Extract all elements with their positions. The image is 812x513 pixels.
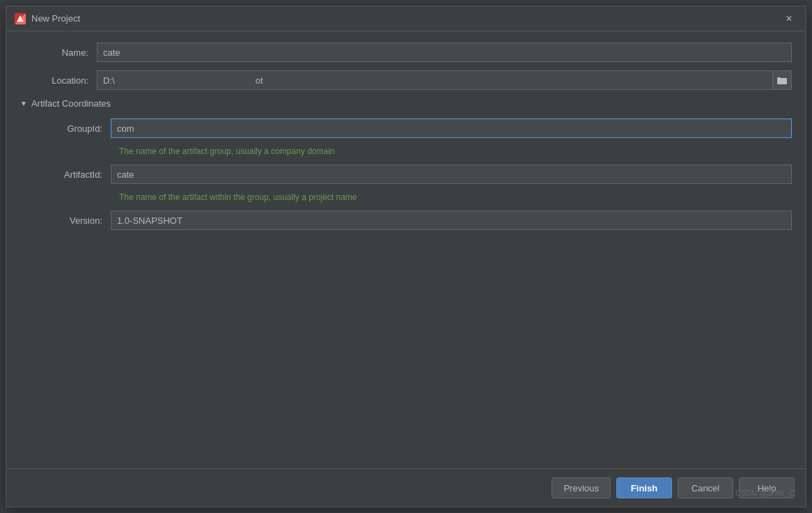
chevron-down-icon: ▼: [20, 100, 27, 107]
name-row: Name:: [20, 43, 792, 62]
name-label: Name:: [20, 47, 97, 58]
previous-button[interactable]: Previous: [552, 477, 611, 498]
artifact-coordinates-content: GroupId: The name of the artifact group,…: [20, 118, 792, 230]
name-input[interactable]: [97, 43, 792, 62]
groupid-hint: The name of the artifact group, usually …: [119, 146, 792, 156]
groupid-row: GroupId:: [34, 118, 792, 138]
new-project-dialog: New Project × Name: Location:: [6, 6, 806, 507]
location-wrapper: [97, 70, 792, 90]
groupid-label: GroupId:: [34, 123, 111, 134]
artifactid-label: ArtifactId:: [34, 169, 111, 180]
folder-icon: [777, 76, 787, 84]
title-bar: New Project ×: [6, 6, 806, 31]
artifact-coordinates-header[interactable]: ▼ Artifact Coordinates: [20, 98, 792, 109]
app-icon: [15, 13, 26, 24]
artifactid-row: ArtifactId:: [34, 164, 792, 184]
close-button[interactable]: ×: [781, 10, 797, 27]
watermark-text: CSDN @JFAV_C: [735, 489, 795, 497]
artifactid-input[interactable]: [111, 164, 792, 184]
groupid-input[interactable]: [111, 118, 792, 138]
finish-button[interactable]: Finish: [616, 477, 672, 498]
version-input[interactable]: [111, 210, 792, 230]
title-bar-left: New Project: [15, 13, 80, 24]
dialog-content: Name: Location: ▼ Artifact Coordinates: [6, 31, 806, 468]
location-input[interactable]: [97, 70, 772, 90]
svg-rect-3: [777, 77, 781, 79]
location-label: Location:: [20, 75, 97, 86]
location-row: Location:: [20, 70, 792, 90]
dialog-title: New Project: [31, 13, 80, 24]
browse-folder-button[interactable]: [772, 70, 792, 90]
version-row: Version:: [34, 210, 792, 230]
svg-marker-0: [17, 15, 24, 22]
version-label: Version:: [34, 215, 111, 226]
artifact-coordinates-title: Artifact Coordinates: [31, 98, 111, 109]
artifactid-hint: The name of the artifact within the grou…: [119, 192, 792, 202]
dialog-footer: Previous Finish Cancel Help: [6, 468, 806, 507]
cancel-button[interactable]: Cancel: [678, 477, 733, 498]
